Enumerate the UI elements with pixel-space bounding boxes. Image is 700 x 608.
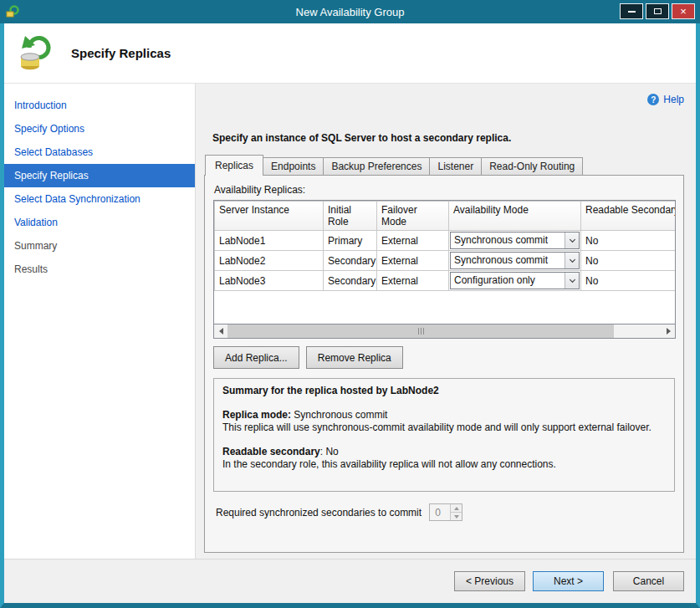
availability-mode-value: Synchronous commit (451, 232, 565, 248)
cell-failover-mode: External (377, 251, 449, 271)
previous-button[interactable]: < Previous (454, 571, 525, 591)
maximize-button[interactable] (646, 3, 669, 19)
tab-replicas[interactable]: Replicas (205, 155, 263, 176)
cell-availability-mode: Synchronous commit (449, 251, 581, 271)
availability-mode-dropdown[interactable]: Configuration only (450, 272, 580, 289)
replica-mode-value: Synchronous commit (291, 409, 387, 421)
minimize-button[interactable] (620, 3, 643, 19)
wizard-header: Specify Replicas (4, 23, 696, 84)
dropdown-button[interactable] (565, 253, 579, 268)
table-row[interactable]: LabNode3 Secondary External Configuratio… (215, 271, 677, 291)
maximize-icon (654, 8, 662, 14)
dropdown-button[interactable] (565, 273, 579, 289)
availability-replicas-grid: Server Instance Initial Role Failover Mo… (213, 200, 676, 324)
table-row[interactable]: LabNode2 Secondary External Synchronous … (215, 251, 677, 271)
help-icon: ? (647, 94, 659, 105)
new-availability-group-window: New Availability Group × Specify Replica… (0, 0, 700, 608)
app-icon (6, 5, 19, 18)
col-header-readable-secondary: Readable Secondary (581, 202, 677, 231)
sidebar-item-validation[interactable]: Validation (4, 211, 195, 234)
wizard-steps-sidebar: Introduction Specify Options Select Data… (4, 84, 196, 559)
sidebar-item-introduction[interactable]: Introduction (4, 94, 195, 117)
col-header-initial-role: Initial Role (324, 202, 377, 231)
chevron-down-icon (569, 257, 575, 263)
tab-listener[interactable]: Listener (429, 157, 482, 175)
remove-replica-button[interactable]: Remove Replica (306, 346, 403, 369)
readable-secondary-value: : No (320, 446, 339, 457)
col-header-failover-mode: Failover Mode (377, 202, 449, 231)
scroll-left-button[interactable] (214, 324, 227, 338)
replicas-tab-page: Availability Replicas: Server Instance I… (204, 175, 684, 553)
dropdown-button[interactable] (565, 232, 579, 248)
scroll-right-icon (667, 328, 671, 335)
minimize-icon (628, 11, 636, 13)
cell-server-instance: LabNode1 (215, 231, 324, 251)
cancel-button[interactable]: Cancel (613, 571, 684, 591)
sidebar-item-specify-replicas[interactable]: Specify Replicas (4, 164, 195, 187)
spin-up-icon (454, 507, 459, 510)
tab-backup-preferences[interactable]: Backup Preferences (323, 157, 430, 175)
cell-availability-mode: Synchronous commit (449, 231, 581, 251)
cell-readable-secondary: No (581, 271, 677, 291)
cell-initial-role: Secondary (324, 271, 377, 291)
thumb-grip-icon (423, 328, 424, 335)
close-icon: × (680, 6, 687, 17)
grid-header-row: Server Instance Initial Role Failover Mo… (215, 202, 677, 231)
cell-availability-mode: Configuration only (449, 271, 581, 291)
required-secondaries-label: Required synchronized secondaries to com… (216, 507, 422, 519)
window-title: New Availability Group (0, 6, 700, 18)
col-header-server-instance: Server Instance (215, 202, 324, 231)
replica-buttons-row: Add Replica... Remove Replica (213, 346, 675, 369)
cell-failover-mode: External (377, 231, 449, 251)
help-label: Help (663, 94, 684, 105)
next-button[interactable]: Next > (533, 571, 604, 591)
content-area: ? Help Specify an instance of SQL Server… (196, 84, 696, 559)
readable-secondary-section: Readable secondary: No In the secondary … (222, 446, 666, 472)
col-header-availability-mode: Availability Mode (449, 202, 581, 231)
thumb-grip-icon (418, 328, 419, 335)
cell-initial-role: Primary (324, 231, 377, 251)
chevron-down-icon (569, 237, 575, 243)
spin-down-button (451, 512, 462, 520)
scroll-right-button[interactable] (662, 324, 675, 338)
sidebar-item-select-databases[interactable]: Select Databases (4, 141, 195, 164)
tab-strip: Replicas Endpoints Backup Preferences Li… (204, 155, 684, 175)
availability-mode-value: Synchronous commit (451, 253, 565, 268)
spin-up-button (451, 504, 462, 512)
summary-title: Summary for the replica hosted by LabNod… (222, 385, 666, 398)
readable-secondary-label: Readable secondary (222, 446, 320, 457)
cell-failover-mode: External (377, 271, 449, 291)
sidebar-item-select-data-synchronization[interactable]: Select Data Synchronization (4, 187, 195, 211)
window-controls: × (620, 3, 695, 19)
horizontal-scrollbar (213, 324, 676, 339)
sidebar-item-specify-options[interactable]: Specify Options (4, 117, 195, 141)
help-link[interactable]: ? Help (204, 92, 684, 107)
availability-mode-dropdown[interactable]: Synchronous commit (450, 252, 580, 269)
replica-mode-description: This replica will use synchronous-commit… (222, 422, 666, 435)
scroll-left-icon (219, 328, 223, 335)
cell-readable-secondary: No (581, 251, 677, 271)
main-area: Introduction Specify Options Select Data… (4, 84, 696, 559)
chevron-down-icon (569, 277, 575, 283)
scrollbar-thumb[interactable] (227, 324, 614, 338)
sidebar-item-results: Results (4, 258, 195, 281)
availability-mode-dropdown[interactable]: Synchronous commit (450, 232, 580, 249)
tab-read-only-routing[interactable]: Read-Only Routing (481, 157, 583, 175)
table-row[interactable]: LabNode1 Primary External Synchronous co… (215, 231, 677, 251)
sidebar-item-summary: Summary (4, 234, 195, 258)
scrollbar-track[interactable] (614, 324, 662, 338)
spin-down-icon (454, 515, 459, 519)
add-replica-button[interactable]: Add Replica... (213, 346, 299, 369)
tab-endpoints[interactable]: Endpoints (263, 157, 324, 175)
page-title: Specify Replicas (71, 46, 171, 60)
instruction-text: Specify an instance of SQL Server to hos… (212, 132, 684, 145)
required-secondaries-row: Required synchronized secondaries to com… (216, 503, 675, 521)
availability-group-icon (18, 34, 56, 73)
title-bar: New Availability Group × (0, 0, 700, 23)
cell-initial-role: Secondary (324, 251, 377, 271)
readable-secondary-description: In the secondary role, this availability… (222, 458, 666, 472)
cell-server-instance: LabNode3 (215, 271, 324, 291)
cell-server-instance: LabNode2 (215, 251, 324, 271)
window-body: Specify Replicas Introduction Specify Op… (0, 23, 700, 608)
close-button[interactable]: × (672, 3, 695, 19)
